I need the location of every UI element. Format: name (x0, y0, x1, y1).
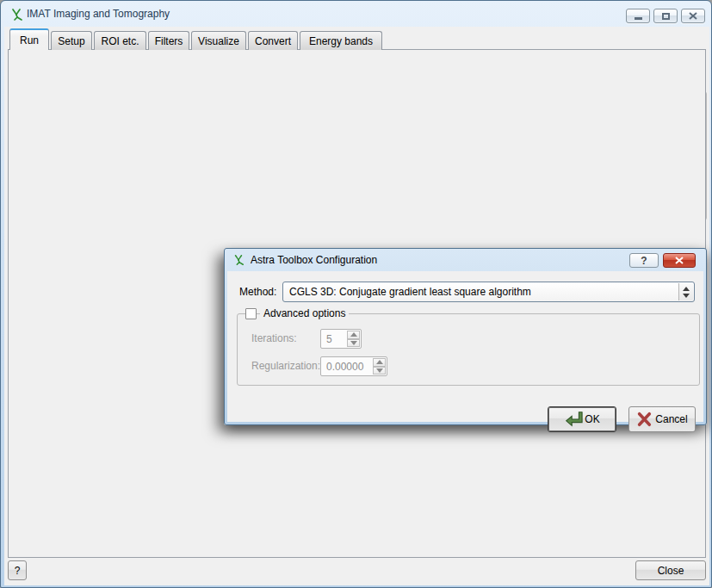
tab-run[interactable]: Run (9, 28, 49, 50)
window-title: IMAT Imaging and Tomography (27, 8, 170, 20)
mantid-logo-icon (232, 254, 245, 266)
spinner-buttons[interactable] (347, 331, 360, 347)
tab-convert[interactable]: Convert (248, 31, 298, 50)
spinner-buttons[interactable] (373, 358, 386, 374)
cancel-x-icon (636, 412, 652, 427)
iterations-value: 5 (326, 333, 332, 345)
tab-setup[interactable]: Setup (51, 31, 92, 50)
close-button[interactable]: Close (635, 560, 706, 580)
astra-config-dialog: Astra Toolbox Configuration ? Method: CG… (224, 248, 707, 425)
close-icon (689, 12, 697, 20)
tab-filters[interactable]: Filters (148, 31, 189, 50)
dialog-content: Method: CGLS 3D: Conjugate gradient leas… (227, 271, 703, 422)
minimize-button[interactable] (626, 9, 650, 23)
method-combo[interactable]: CGLS 3D: Conjugate gradient least square… (282, 282, 695, 302)
ok-button-label: OK (585, 413, 599, 425)
dialog-cancel-label: Cancel (655, 413, 687, 425)
method-value: CGLS 3D: Conjugate gradient least square… (289, 286, 531, 298)
help-button-label: ? (15, 565, 21, 577)
main-window: IMAT Imaging and Tomography Run Setup RO… (0, 0, 712, 588)
method-label: Method: (239, 286, 276, 298)
spinner-down-icon (350, 341, 357, 345)
spinner-up-icon (376, 360, 383, 364)
tab-visualize[interactable]: Visualize (191, 31, 246, 50)
close-icon (675, 257, 684, 264)
combo-updown-icon[interactable] (678, 283, 693, 300)
tab-filters-label: Filters (155, 35, 183, 47)
ok-arrow-icon (564, 410, 583, 429)
regularization-spinbox[interactable]: 0.00000 (320, 356, 387, 376)
dialog-title: Astra Toolbox Configuration (251, 254, 377, 266)
tab-run-label: Run (20, 34, 39, 46)
dialog-help-button[interactable]: ? (629, 253, 659, 268)
tab-energy-bands-label: Energy bands (309, 35, 373, 47)
maximize-button[interactable] (653, 9, 678, 23)
tab-setup-label: Setup (58, 35, 84, 47)
mantid-logo-icon (9, 8, 23, 22)
tab-roi-label: ROI etc. (101, 35, 139, 47)
iterations-label: Iterations: (251, 332, 297, 344)
ok-button[interactable]: OK (548, 406, 616, 432)
regularization-label: Regularization: (251, 360, 320, 372)
advanced-options-group: Advanced options Iterations: 5 Regulariz… (237, 313, 700, 386)
title-bar[interactable]: IMAT Imaging and Tomography (1, 1, 711, 27)
minimize-icon (635, 17, 642, 20)
dialog-close-button[interactable] (663, 253, 696, 268)
tab-energy-bands[interactable]: Energy bands (300, 31, 382, 50)
tab-roi[interactable]: ROI etc. (94, 31, 146, 50)
tab-convert-label: Convert (255, 35, 291, 47)
help-button[interactable]: ? (8, 560, 27, 580)
close-window-button[interactable] (681, 9, 705, 23)
spinner-down-icon (376, 368, 383, 373)
regularization-value: 0.00000 (326, 361, 363, 373)
advanced-options-checkbox[interactable] (245, 308, 257, 319)
close-button-label: Close (658, 565, 684, 577)
advanced-options-title: Advanced options (260, 307, 349, 319)
maximize-icon (662, 13, 670, 20)
iterations-spinbox[interactable]: 5 (320, 329, 362, 349)
dialog-help-label: ? (641, 255, 647, 267)
dialog-cancel-button[interactable]: Cancel (628, 406, 696, 432)
tab-visualize-label: Visualize (198, 35, 239, 47)
spinner-up-icon (350, 332, 357, 337)
